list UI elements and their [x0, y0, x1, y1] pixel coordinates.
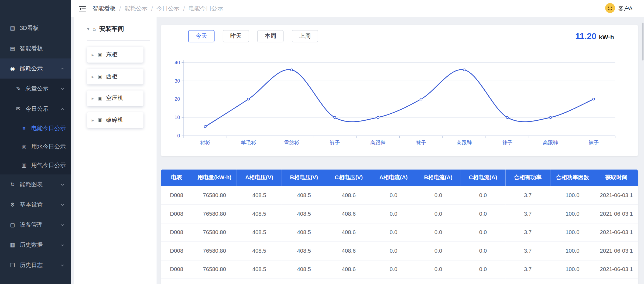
column-header: B相电流(A) — [416, 170, 461, 186]
sidebar-item-3d-board[interactable]: ▧3D看板 — [0, 18, 71, 38]
sidebar-item-today-publicity[interactable]: ✉今日公示 — [0, 99, 71, 119]
table-cell: 2021-06-03 1 — [595, 260, 638, 279]
table-cell: 0.0 — [371, 279, 416, 284]
workshop-icon: ⌂ — [93, 26, 96, 32]
table-row: D00876580.80408.5408.5408.60.00.00.03.71… — [161, 204, 638, 223]
table-cell: 0.0 — [416, 242, 461, 260]
table-cell: 0.0 — [371, 186, 416, 205]
table-cell: 408.5 — [282, 204, 326, 223]
table-cell: 100.0 — [550, 223, 595, 242]
cabinet-icon: ▣ — [98, 74, 102, 79]
table-cell: 3.7 — [505, 204, 550, 223]
table-cell: 0.0 — [416, 260, 461, 279]
breadcrumb-item[interactable]: 电能今日公示 — [189, 5, 223, 12]
svg-text:20: 20 — [174, 96, 180, 102]
caret-down-icon[interactable]: ▾ — [87, 26, 89, 32]
table-row: D00876580.80408.5408.5408.60.00.00.03.71… — [161, 279, 638, 284]
table-cell: 0.0 — [461, 204, 505, 223]
collapse-menu-icon[interactable] — [79, 6, 86, 12]
sidebar-item-total-publicity[interactable]: ✎总量公示 — [0, 79, 71, 99]
table-cell: 76580.80 — [192, 279, 237, 284]
sidebar-item-gas-today[interactable]: ▥用气今日公示 — [0, 156, 71, 175]
range-tab-last-week[interactable]: 上周 — [292, 30, 318, 42]
line-chart[interactable]: 010203040衬衫羊毛衫雪纺衫裤子高跟鞋袜子高跟鞋袜子高跟鞋袜子 — [170, 54, 628, 147]
table-cell: 0.0 — [461, 223, 505, 242]
table-cell: D008 — [161, 260, 192, 279]
device-tree-panel: ▾ ⌂ 安装车间 ▸▣东柜▸▣西柜▸▣空压机▸▣破碎机 — [74, 17, 156, 284]
sidebar-item-smart-board[interactable]: ▤智能看板 — [0, 38, 71, 59]
table-row: D00876580.80408.5408.5408.60.00.00.03.71… — [161, 242, 638, 260]
chart-card: 今天昨天本周上周 11.20 kW·h 010203040衬衫羊毛衫雪纺衫裤子高… — [161, 25, 638, 156]
target-icon: ◎ — [20, 144, 28, 150]
scrollbar[interactable] — [642, 23, 643, 60]
cabinet-icon: ▣ — [98, 96, 102, 101]
table-cell: 2021-06-03 1 — [595, 223, 638, 242]
svg-text:0: 0 — [177, 133, 180, 138]
cabinet-icon: ▣ — [98, 117, 102, 123]
tree-root[interactable]: ▾ ⌂ 安装车间 — [87, 17, 150, 41]
tree-node-east-cabinet[interactable]: ▸▣东柜 — [87, 47, 143, 63]
table-row: D00876580.80408.5408.5408.60.00.00.03.71… — [161, 186, 638, 205]
table-cell: 0.0 — [416, 204, 461, 223]
caret-right-icon[interactable]: ▸ — [92, 74, 94, 79]
log-icon: ❏ — [9, 262, 16, 268]
table-cell: 2021-06-03 1 — [595, 242, 638, 260]
table-cell: 2021-06-03 1 — [595, 279, 638, 284]
sidebar-item-electric-today[interactable]: ≡电能今日公示 — [0, 119, 71, 137]
table-cell: 3.7 — [505, 242, 550, 260]
sidebar-item-energy-publicity[interactable]: ◉能耗公示 — [0, 58, 71, 79]
chevron-down-icon — [60, 87, 64, 91]
tree-node-air-compressor[interactable]: ▸▣空压机 — [87, 90, 143, 106]
column-header: B相电压(V) — [282, 170, 326, 186]
table-cell: 408.6 — [326, 279, 371, 284]
table-cell: 408.6 — [326, 242, 371, 260]
tree-nodes: ▸▣东柜▸▣西柜▸▣空压机▸▣破碎机 — [74, 47, 156, 128]
table-cell: 100.0 — [550, 204, 595, 223]
table-cell: D008 — [161, 204, 192, 223]
tree-node-crusher[interactable]: ▸▣破碎机 — [87, 112, 143, 128]
cube-icon: ▧ — [9, 25, 16, 31]
sidebar-item-basic-settings[interactable]: ⚙基本设置 — [0, 195, 71, 215]
app-root: ▧3D看板▤智能看板◉能耗公示✎总量公示✉今日公示≡电能今日公示◎用水今日公示▥… — [0, 0, 644, 284]
breadcrumb-item[interactable]: 今日公示 — [156, 5, 179, 12]
range-tab-yesterday[interactable]: 昨天 — [223, 30, 249, 42]
caret-right-icon[interactable]: ▸ — [92, 96, 94, 101]
breadcrumb: 智能看板/能耗公示/今日公示/电能今日公示 — [93, 5, 223, 12]
sidebar-nav: ▧3D看板▤智能看板◉能耗公示✎总量公示✉今日公示≡电能今日公示◎用水今日公示▥… — [0, 18, 71, 275]
table-cell: 100.0 — [550, 242, 595, 260]
sidebar-item-history-logs[interactable]: ❏历史日志 — [0, 255, 71, 275]
sidebar-item-water-today[interactable]: ◎用水今日公示 — [0, 137, 71, 156]
table-cell: 76580.80 — [192, 260, 237, 279]
table-cell: D008 — [161, 242, 192, 260]
breadcrumb-separator: / — [119, 5, 121, 12]
table-cell: 408.6 — [326, 260, 371, 279]
column-header: 合相功率因数 — [550, 170, 595, 186]
table-cell: D008 — [161, 186, 192, 205]
breadcrumb-item[interactable]: 智能看板 — [93, 5, 115, 12]
column-header: C相电压(V) — [326, 170, 371, 186]
table-cell: 76580.80 — [192, 242, 237, 260]
mail-icon: ✉ — [15, 106, 22, 112]
svg-text:袜子: 袜子 — [416, 140, 426, 146]
user-menu[interactable]: 客户A — [605, 3, 633, 15]
sidebar-item-device-management[interactable]: ▢设备管理 — [0, 215, 71, 235]
range-tab-this-week[interactable]: 本周 — [257, 30, 284, 42]
table-cell: 408.5 — [237, 279, 282, 284]
table-cell: 408.6 — [326, 186, 371, 205]
column-header: 合相有功率 — [505, 170, 550, 186]
tree-node-west-cabinet[interactable]: ▸▣西柜 — [87, 69, 143, 84]
sidebar-item-history-data[interactable]: ▦历史数据 — [0, 235, 71, 255]
table-cell: 3.7 — [505, 279, 550, 284]
table-row: D00876580.80408.5408.5408.60.00.00.03.71… — [161, 223, 638, 242]
caret-right-icon[interactable]: ▸ — [92, 117, 94, 123]
table-cell: 408.5 — [237, 204, 282, 223]
breadcrumb-item[interactable]: 能耗公示 — [125, 5, 148, 12]
table-cell: 0.0 — [461, 186, 505, 205]
svg-text:羊毛衫: 羊毛衫 — [241, 140, 256, 146]
table-cell: 408.5 — [282, 279, 326, 284]
date-range-tabs: 今天昨天本周上周 — [188, 30, 318, 42]
sidebar-item-energy-charts[interactable]: ↻能耗图表 — [0, 174, 71, 195]
range-tab-today[interactable]: 今天 — [188, 30, 215, 42]
caret-right-icon[interactable]: ▸ — [92, 52, 94, 58]
table-cell: 2021-06-03 1 — [595, 204, 638, 223]
